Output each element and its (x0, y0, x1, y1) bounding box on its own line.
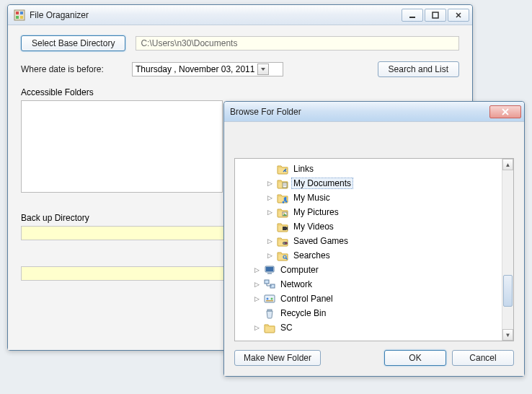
expander-icon[interactable]: ▷ (252, 281, 261, 288)
ok-button[interactable]: OK (384, 350, 446, 366)
control-icon (264, 293, 275, 305)
date-picker-value: Thursday , November 03, 2011 (136, 64, 254, 74)
expander-icon[interactable]: ▷ (265, 252, 274, 259)
minimize-button[interactable] (402, 9, 423, 22)
scroll-up-button[interactable]: ▲ (502, 159, 513, 170)
expander-icon[interactable]: ▷ (252, 324, 261, 331)
make-new-folder-button[interactable]: Make New Folder (234, 350, 321, 366)
expander-icon[interactable]: ▷ (265, 237, 274, 245)
folder-icon (264, 322, 275, 333)
svg-rect-3 (16, 16, 19, 19)
folder-game-icon (277, 235, 288, 247)
svg-rect-4 (20, 16, 23, 19)
tree-item-label: Saved Games (291, 235, 350, 247)
browse-titlebar[interactable]: Browse For Folder (224, 102, 524, 122)
maximize-button[interactable] (425, 9, 446, 22)
tree-item-label: Computer (278, 264, 321, 276)
window-buttons (402, 9, 469, 22)
svg-point-14 (285, 242, 287, 244)
network-icon (264, 279, 275, 290)
base-directory-input[interactable]: C:\Users\n30\Documents (136, 36, 459, 51)
window-title: File Oraganizer (30, 10, 402, 20)
tree-item-label: SC (278, 322, 295, 333)
folder-video-icon (277, 221, 288, 232)
expander-icon[interactable]: ▷ (252, 266, 261, 273)
tree-item-label: My Documents (291, 178, 353, 189)
browse-title: Browse For Folder (230, 107, 489, 117)
tree-item[interactable]: ▷SC (235, 320, 502, 335)
close-button[interactable] (448, 9, 469, 22)
svg-rect-27 (267, 310, 272, 311)
scroll-down-button[interactable]: ▼ (502, 329, 513, 341)
tree-item-label: My Music (291, 192, 332, 203)
svg-rect-19 (266, 267, 273, 271)
cancel-button[interactable]: Cancel (452, 350, 514, 366)
expander-icon[interactable]: ▷ (265, 194, 274, 201)
tree-item[interactable]: ▷My Videos (235, 219, 502, 234)
date-picker-dropdown-button[interactable] (257, 64, 269, 75)
chevron-down-icon (260, 66, 266, 72)
tree-item[interactable]: ▷Control Panel (235, 292, 502, 306)
expander-icon[interactable]: ▷ (265, 209, 274, 216)
folder-search-icon (277, 250, 288, 261)
folder-link-icon (277, 163, 288, 175)
tree-item[interactable]: ▷Links (235, 162, 502, 176)
tree-item[interactable]: ▷Computer (235, 263, 502, 277)
tree-item[interactable]: ▷Recycle Bin (235, 306, 502, 320)
expander-icon[interactable]: ▷ (252, 295, 261, 302)
tree-item-label: Searches (291, 250, 332, 261)
svg-point-15 (283, 242, 285, 244)
folder-tree-list[interactable]: ▷Links▷My Documents▷My Music▷My Pictures… (235, 159, 502, 341)
svg-rect-5 (409, 17, 415, 18)
svg-rect-20 (267, 273, 272, 274)
tree-item-label: My Videos (291, 221, 336, 232)
browse-client: ▷Links▷My Documents▷My Music▷My Pictures… (224, 122, 524, 376)
tree-item-label: Recycle Bin (278, 307, 328, 319)
tree-item[interactable]: ▷Searches (235, 248, 502, 263)
scroll-track[interactable] (502, 170, 513, 329)
date-picker[interactable]: Thursday , November 03, 2011 (132, 62, 283, 76)
svg-rect-13 (283, 242, 288, 245)
date-before-label: Where date is before: (21, 64, 122, 74)
svg-rect-12 (283, 227, 286, 230)
svg-rect-6 (433, 12, 438, 18)
search-and-list-button[interactable]: Search and List (378, 61, 459, 77)
app-icon (14, 9, 25, 21)
svg-rect-1 (16, 12, 19, 14)
select-base-directory-button[interactable]: Select Base Directory (21, 35, 125, 51)
tree-item[interactable]: ▷Saved Games (235, 234, 502, 248)
tree-item[interactable]: ▷My Documents (235, 176, 502, 191)
tree-item-label: Network (278, 279, 314, 290)
tree-item-label: Links (291, 163, 316, 175)
base-directory-value: C:\Users\n30\Documents (141, 38, 237, 48)
scroll-thumb[interactable] (503, 275, 513, 307)
titlebar[interactable]: File Oraganizer (8, 5, 472, 25)
tree-item[interactable]: ▷My Music (235, 191, 502, 205)
svg-point-25 (271, 298, 273, 300)
folder-music-icon (277, 192, 288, 203)
browse-window-buttons (489, 105, 521, 118)
browse-close-button[interactable] (489, 105, 521, 118)
folder-tree: ▷Links▷My Documents▷My Music▷My Pictures… (234, 158, 514, 341)
svg-rect-21 (265, 280, 269, 284)
folder-doc-icon (277, 178, 288, 189)
expander-icon[interactable]: ▷ (265, 180, 274, 187)
svg-point-24 (267, 298, 269, 300)
dialog-button-row: Make New Folder OK Cancel (234, 350, 514, 366)
folder-pic-icon (277, 206, 288, 218)
svg-rect-2 (20, 12, 23, 14)
vertical-scrollbar[interactable]: ▲ ▼ (502, 159, 513, 341)
browse-for-folder-dialog: Browse For Folder ▷Links▷My Documents▷My… (223, 101, 525, 377)
computer-icon (264, 264, 275, 276)
tree-item-label: Control Panel (278, 293, 335, 305)
tree-item[interactable]: ▷My Pictures (235, 205, 502, 219)
accessible-folders-listbox[interactable] (21, 100, 223, 193)
accessible-folders-label: Accessible Folders (21, 87, 459, 97)
tree-item-label: My Pictures (291, 206, 341, 218)
recycle-icon (264, 307, 275, 319)
svg-rect-26 (266, 300, 273, 302)
tree-item[interactable]: ▷Network (235, 277, 502, 292)
